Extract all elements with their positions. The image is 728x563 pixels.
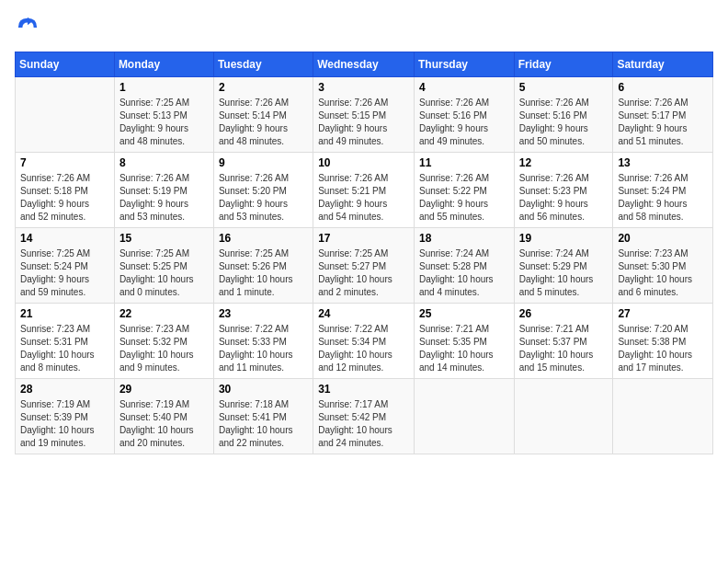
day-number: 18 [419,232,509,245]
day-number: 4 [419,81,509,94]
day-info: Sunrise: 7:21 AMSunset: 5:37 PMDaylight:… [519,323,609,374]
day-info: Sunrise: 7:26 AMSunset: 5:16 PMDaylight:… [519,97,609,148]
calendar-cell: 12Sunrise: 7:26 AMSunset: 5:23 PMDayligh… [514,153,613,228]
calendar-week-row: 21Sunrise: 7:23 AMSunset: 5:31 PMDayligh… [16,304,713,379]
day-number: 29 [119,383,209,396]
day-number: 17 [318,232,409,245]
day-number: 31 [318,383,409,396]
logo-icon [15,15,40,40]
calendar-table: SundayMondayTuesdayWednesdayThursdayFrid… [15,52,713,454]
day-number: 15 [119,232,209,245]
day-info: Sunrise: 7:23 AMSunset: 5:32 PMDaylight:… [119,323,209,374]
day-number: 19 [519,232,609,245]
day-header-tuesday: Tuesday [213,52,313,77]
logo [15,15,44,40]
calendar-cell: 19Sunrise: 7:24 AMSunset: 5:29 PMDayligh… [514,228,613,304]
day-info: Sunrise: 7:25 AMSunset: 5:27 PMDaylight:… [318,247,409,299]
day-info: Sunrise: 7:17 AMSunset: 5:42 PMDaylight:… [318,398,409,450]
day-number: 14 [20,232,109,245]
calendar-cell: 20Sunrise: 7:23 AMSunset: 5:30 PMDayligh… [613,228,713,304]
calendar-cell: 14Sunrise: 7:25 AMSunset: 5:24 PMDayligh… [16,228,115,304]
day-number: 26 [519,307,609,320]
calendar-cell: 24Sunrise: 7:22 AMSunset: 5:34 PMDayligh… [313,304,415,379]
day-header-saturday: Saturday [613,52,713,77]
day-number: 27 [618,307,708,320]
day-info: Sunrise: 7:22 AMSunset: 5:34 PMDaylight:… [318,323,409,374]
day-number: 7 [20,156,109,169]
day-info: Sunrise: 7:26 AMSunset: 5:15 PMDaylight:… [318,97,409,148]
day-number: 21 [20,307,109,320]
calendar-cell: 18Sunrise: 7:24 AMSunset: 5:28 PMDayligh… [414,228,514,304]
day-info: Sunrise: 7:23 AMSunset: 5:31 PMDaylight:… [20,323,109,374]
day-number: 10 [318,156,409,169]
calendar-cell: 16Sunrise: 7:25 AMSunset: 5:26 PMDayligh… [213,228,313,304]
calendar-week-row: 14Sunrise: 7:25 AMSunset: 5:24 PMDayligh… [16,228,713,304]
day-number: 28 [20,383,109,396]
day-number: 24 [318,307,409,320]
calendar-cell: 11Sunrise: 7:26 AMSunset: 5:22 PMDayligh… [414,153,514,228]
calendar-cell: 31Sunrise: 7:17 AMSunset: 5:42 PMDayligh… [313,379,415,454]
day-number: 22 [119,307,209,320]
calendar-cell: 23Sunrise: 7:22 AMSunset: 5:33 PMDayligh… [213,304,313,379]
calendar-cell: 9Sunrise: 7:26 AMSunset: 5:20 PMDaylight… [213,153,313,228]
day-info: Sunrise: 7:24 AMSunset: 5:28 PMDaylight:… [419,247,509,299]
calendar-cell: 6Sunrise: 7:26 AMSunset: 5:17 PMDaylight… [613,77,713,153]
day-info: Sunrise: 7:24 AMSunset: 5:29 PMDaylight:… [519,247,609,299]
day-number: 20 [618,232,708,245]
calendar-cell [16,77,115,153]
day-info: Sunrise: 7:22 AMSunset: 5:33 PMDaylight:… [219,323,308,374]
calendar-cell: 4Sunrise: 7:26 AMSunset: 5:16 PMDaylight… [414,77,514,153]
calendar-cell [414,379,514,454]
day-header-friday: Friday [514,52,613,77]
day-info: Sunrise: 7:20 AMSunset: 5:38 PMDaylight:… [618,323,708,374]
day-number: 11 [419,156,509,169]
page-header [15,15,713,40]
calendar-week-row: 28Sunrise: 7:19 AMSunset: 5:39 PMDayligh… [16,379,713,454]
day-header-wednesday: Wednesday [313,52,415,77]
calendar-cell: 30Sunrise: 7:18 AMSunset: 5:41 PMDayligh… [213,379,313,454]
day-info: Sunrise: 7:26 AMSunset: 5:17 PMDaylight:… [618,97,708,148]
day-info: Sunrise: 7:25 AMSunset: 5:13 PMDaylight:… [119,97,209,148]
calendar-cell: 28Sunrise: 7:19 AMSunset: 5:39 PMDayligh… [16,379,115,454]
day-number: 8 [119,156,209,169]
calendar-cell: 15Sunrise: 7:25 AMSunset: 5:25 PMDayligh… [114,228,213,304]
day-header-thursday: Thursday [414,52,514,77]
day-info: Sunrise: 7:26 AMSunset: 5:16 PMDaylight:… [419,97,509,148]
day-info: Sunrise: 7:25 AMSunset: 5:24 PMDaylight:… [20,247,109,299]
day-info: Sunrise: 7:26 AMSunset: 5:18 PMDaylight:… [20,172,109,224]
calendar-week-row: 7Sunrise: 7:26 AMSunset: 5:18 PMDaylight… [16,153,713,228]
day-number: 25 [419,307,509,320]
day-number: 30 [219,383,308,396]
day-info: Sunrise: 7:19 AMSunset: 5:39 PMDaylight:… [20,398,109,450]
calendar-header-row: SundayMondayTuesdayWednesdayThursdayFrid… [16,52,713,77]
calendar-cell: 27Sunrise: 7:20 AMSunset: 5:38 PMDayligh… [613,304,713,379]
calendar-cell: 29Sunrise: 7:19 AMSunset: 5:40 PMDayligh… [114,379,213,454]
day-info: Sunrise: 7:19 AMSunset: 5:40 PMDaylight:… [119,398,209,450]
day-header-sunday: Sunday [16,52,115,77]
day-info: Sunrise: 7:26 AMSunset: 5:22 PMDaylight:… [419,172,509,224]
day-number: 23 [219,307,308,320]
day-number: 1 [119,81,209,94]
day-info: Sunrise: 7:25 AMSunset: 5:26 PMDaylight:… [219,247,308,299]
calendar-cell: 1Sunrise: 7:25 AMSunset: 5:13 PMDaylight… [114,77,213,153]
calendar-cell: 22Sunrise: 7:23 AMSunset: 5:32 PMDayligh… [114,304,213,379]
calendar-cell: 13Sunrise: 7:26 AMSunset: 5:24 PMDayligh… [613,153,713,228]
day-header-monday: Monday [114,52,213,77]
day-info: Sunrise: 7:26 AMSunset: 5:21 PMDaylight:… [318,172,409,224]
calendar-cell: 8Sunrise: 7:26 AMSunset: 5:19 PMDaylight… [114,153,213,228]
day-number: 5 [519,81,609,94]
calendar-cell: 7Sunrise: 7:26 AMSunset: 5:18 PMDaylight… [16,153,115,228]
calendar-cell: 26Sunrise: 7:21 AMSunset: 5:37 PMDayligh… [514,304,613,379]
day-info: Sunrise: 7:25 AMSunset: 5:25 PMDaylight:… [119,247,209,299]
calendar-cell [613,379,713,454]
calendar-cell: 25Sunrise: 7:21 AMSunset: 5:35 PMDayligh… [414,304,514,379]
day-info: Sunrise: 7:18 AMSunset: 5:41 PMDaylight:… [219,398,308,450]
day-info: Sunrise: 7:26 AMSunset: 5:24 PMDaylight:… [618,172,708,224]
day-number: 16 [219,232,308,245]
day-info: Sunrise: 7:26 AMSunset: 5:14 PMDaylight:… [219,97,308,148]
calendar-week-row: 1Sunrise: 7:25 AMSunset: 5:13 PMDaylight… [16,77,713,153]
day-number: 12 [519,156,609,169]
day-info: Sunrise: 7:26 AMSunset: 5:19 PMDaylight:… [119,172,209,224]
calendar-cell: 3Sunrise: 7:26 AMSunset: 5:15 PMDaylight… [313,77,415,153]
calendar-cell: 17Sunrise: 7:25 AMSunset: 5:27 PMDayligh… [313,228,415,304]
